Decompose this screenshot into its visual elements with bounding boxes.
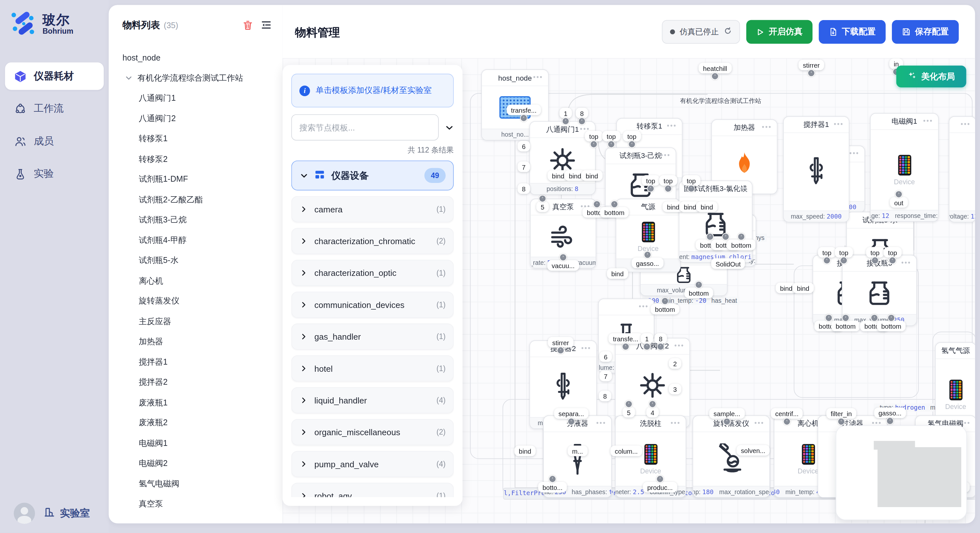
port-pill[interactable]: solven... [737,445,770,455]
tree-item[interactable]: 电磁阀2 [109,453,283,474]
port-handle[interactable]: ‹ [823,257,830,264]
port-pill[interactable]: top [835,247,853,258]
port-pill[interactable]: bind [697,201,718,212]
node-menu-icon[interactable]: ••• [639,303,649,310]
tree-item[interactable]: 试剂瓶2-乙酸乙酯 [109,189,283,210]
port-pill[interactable]: produc... [643,482,677,493]
sidebar-item-experiments[interactable]: 实验 [5,160,104,187]
port-handle[interactable]: › [611,200,618,208]
tree-item-workstation[interactable]: 有机化学流程综合测试工作站 [109,68,283,88]
port-handle[interactable]: › [539,195,546,202]
port-pill[interactable]: transfe... [506,105,541,115]
node-menu-icon[interactable]: ••• [834,120,844,128]
refresh-icon[interactable] [724,27,732,37]
port-pill[interactable]: filter_in [826,408,856,419]
port-pill[interactable]: top [585,131,603,141]
node-menu-icon[interactable]: ••• [901,259,911,266]
port-handle[interactable]: › [644,251,651,259]
port-pill[interactable]: bottom [600,207,629,217]
port-pill[interactable]: 3 [669,384,681,394]
canvas-node-搅拌器1[interactable]: 搅拌器1•••max_speed: 2000 [783,116,850,222]
port-pill[interactable]: vacuu... [547,260,579,271]
port-pill[interactable]: bottom [727,240,756,250]
port-handle[interactable]: › [649,400,656,408]
port-handle[interactable]: ‹ [723,418,730,425]
tree-item[interactable]: 试剂瓶4-甲醇 [109,230,283,251]
category-row-communication_devices[interactable]: communication_devices(1) [291,292,454,318]
port-pill[interactable]: 1 [559,108,572,119]
category-row-organic_miscellaneous[interactable]: organic_miscellaneous(2) [291,419,454,445]
tree-item[interactable]: 氢气电磁阀 [109,474,283,494]
delete-icon[interactable] [241,19,254,32]
port-pill[interactable]: 2 [669,358,681,369]
port-pill[interactable]: botto... [538,482,567,493]
port-pill[interactable]: bind [581,170,603,181]
port-handle[interactable]: ‹ [783,418,791,425]
category-row-characterization_optic[interactable]: characterization_optic(1) [291,260,454,286]
node-menu-icon[interactable]: ••• [533,73,543,81]
port-handle[interactable]: › [871,314,878,322]
port-pill[interactable]: 1 [641,333,653,344]
node-menu-icon[interactable]: ••• [961,120,970,128]
port-pill[interactable]: top [818,247,836,258]
port-pill[interactable]: bottom [877,320,906,331]
tree-item[interactable]: 废液瓶2 [109,413,283,433]
canvas-node-接收瓶3[interactable]: 接收瓶3•••max_volume: 250 [842,255,917,326]
tree-item[interactable]: 离心机 [109,271,283,291]
sidebar-item-members[interactable]: 成员 [5,127,104,155]
port-handle[interactable]: ‹ [808,69,815,77]
port-pill[interactable]: 8 [576,108,588,119]
node-menu-icon[interactable]: ••• [737,184,747,192]
node-menu-icon[interactable]: ••• [596,419,606,427]
node-menu-icon[interactable]: ••• [961,419,970,427]
port-handle[interactable]: › [593,200,600,208]
port-handle[interactable]: › [706,233,714,240]
port-pill[interactable]: 8 [654,333,667,344]
tree-item[interactable]: 搅拌器1 [109,352,283,373]
port-pill[interactable]: bind [514,446,535,456]
port-pill[interactable]: sample... [709,408,745,419]
port-handle[interactable]: ‹ [837,418,845,425]
tree-item[interactable]: 八通阀门1 [109,88,283,108]
canvas-node[interactable]: •••voltage: 12 [949,116,975,222]
port-handle[interactable]: ‹ [520,114,528,122]
port-handle[interactable]: ‹ [643,343,651,351]
port-pill[interactable]: centrif... [771,408,803,419]
tree-item[interactable]: 加热器 [109,332,283,352]
port-handle[interactable]: › [842,314,850,322]
tree-item[interactable]: 废液瓶1 [109,392,283,413]
port-pill[interactable]: top [866,247,884,258]
category-row-pump_and_valve[interactable]: pump_and_valve(4) [291,451,454,477]
port-pill[interactable]: transfe... [609,333,643,344]
port-handle[interactable]: › [825,314,832,322]
node-menu-icon[interactable]: ••• [754,419,765,427]
sidebar-item-instruments[interactable]: 仪器耗材 [5,62,104,90]
port-pill[interactable]: 7 [600,371,612,381]
port-pill[interactable]: 5 [622,407,635,417]
node-menu-icon[interactable]: ••• [850,149,859,157]
chevron-down-icon[interactable] [123,71,135,84]
port-handle[interactable]: ‹ [608,141,615,148]
tree-item[interactable]: 转移泵2 [109,149,283,169]
category-row-robot_agv[interactable]: robot_agv(1) [291,483,454,497]
canvas-node-固体试剂瓶3-氯化镁[interactable]: 固体试剂瓶3-氯化镁•••agent: magnesium_chloride [679,180,752,263]
node-menu-icon[interactable]: ••• [667,122,677,130]
port-pill[interactable]: separa... [554,408,589,419]
node-menu-icon[interactable]: ••• [762,123,772,130]
port-pill[interactable]: top [883,247,901,258]
collapse-tree-icon[interactable] [260,19,272,32]
port-pill[interactable]: bind [793,283,814,293]
port-handle[interactable]: ‹ [840,257,848,264]
port-handle[interactable]: › [661,297,668,305]
download-config-button[interactable]: 下载配置 [819,20,885,44]
port-pill[interactable]: top [642,175,660,186]
tree-item[interactable]: 试剂瓶1-DMF [109,169,283,190]
sidebar-item-workflow[interactable]: 工作流 [5,95,104,122]
tree-item[interactable]: 试剂瓶3-己烷 [109,210,283,230]
port-pill[interactable]: stirrer [799,60,824,70]
node-menu-icon[interactable]: ••• [670,419,681,427]
port-handle[interactable]: ‹ [628,141,635,148]
canvas-node-旋转蒸发仪[interactable]: 旋转蒸发仪•••temp: 180max_rotation_speed: [692,416,770,498]
template-search-input[interactable] [291,114,439,141]
category-row-characterization_chromatic[interactable]: characterization_chromatic(2) [291,228,454,254]
